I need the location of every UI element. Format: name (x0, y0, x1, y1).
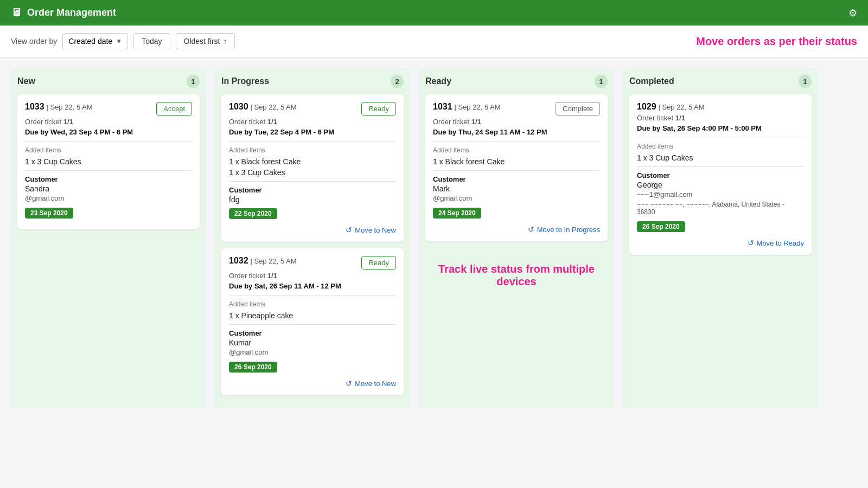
added-items-label-order-1031: Added items (433, 146, 600, 154)
item-line: 1 x Black forest Cake (433, 157, 600, 166)
column-header-completed: Completed 1 (629, 75, 812, 88)
column-title-completed: Completed (629, 76, 674, 86)
order-date-order-1030: | Sep 22, 5 AM (250, 103, 296, 111)
customer-address-order-1029: ~~~ ~~~~~~ ~~, ~~~~~~, Alabama, United S… (637, 201, 804, 216)
column-count-new: 1 (187, 75, 200, 88)
sort-direction-icon: ↑ (223, 37, 227, 46)
customer-email-order-1033: @gmail.com (25, 194, 192, 202)
date-filter-label: Today (142, 37, 162, 46)
card-header-order-1029: 1029 | Sep 22, 5 AM (637, 102, 804, 112)
column-in-progress: In Progress 2 1030 | Sep 22, 5 AM Ready … (215, 68, 410, 408)
order-date-order-1031: | Sep 22, 5 AM (454, 103, 500, 111)
column-count-completed: 1 (799, 75, 812, 88)
column-completed: Completed 1 1029 | Sep 22, 5 AM Order ti… (623, 68, 818, 408)
date-badge-order-1030: 22 Sep 2020 (229, 208, 277, 219)
customer-label-order-1033: Customer (25, 175, 192, 183)
sort-order-select[interactable]: Oldest first ↑ (176, 33, 235, 49)
due-line-order-1029: Due by Sat, 26 Sep 4:00 PM - 5:00 PM (637, 124, 804, 132)
customer-section-order-1032: Customer Kumar @gmail.com (229, 329, 396, 356)
divider (637, 138, 804, 138)
customer-email-order-1029: ~~~1@gmail.com (637, 190, 804, 198)
move-link-order-1029[interactable]: ↺ Move to Ready (637, 239, 804, 247)
column-title-ready: Ready (425, 76, 451, 86)
ready-button-order-1030[interactable]: Ready (361, 102, 396, 115)
sort-field-select[interactable]: Created date ▼ (62, 33, 128, 49)
complete-button-order-1031[interactable]: Complete (556, 102, 600, 115)
divider (433, 142, 600, 142)
card-order-1029: 1029 | Sep 22, 5 AM Order ticket 1/1 Due… (629, 94, 812, 255)
app-title: Order Management (27, 7, 116, 18)
column-header-new: New 1 (17, 75, 200, 88)
order-number-order-1030: 1030 (229, 102, 248, 111)
card-order-1032: 1032 | Sep 22, 5 AM Ready Order ticket 1… (221, 248, 404, 395)
customer-name-order-1032: Kumar (229, 338, 396, 347)
column-header-in-progress: In Progress 2 (221, 75, 404, 88)
move-link-order-1031[interactable]: ↺ Move to In Progress (433, 225, 600, 234)
track-live-message: Track live status from multiple devices (425, 263, 608, 288)
accept-button-order-1033[interactable]: Accept (156, 102, 192, 115)
added-items-label-order-1032: Added items (229, 300, 396, 308)
toolbar-message: Move orders as per their status (696, 35, 857, 48)
card-header-order-1031: 1031 | Sep 22, 5 AM Complete (433, 102, 600, 115)
date-badge-order-1029: 26 Sep 2020 (637, 221, 685, 232)
customer-section-order-1031: Customer Mark @gmail.com (433, 175, 600, 202)
move-label: Move to Ready (757, 239, 804, 247)
card-header-order-1030: 1030 | Sep 22, 5 AM Ready (229, 102, 396, 115)
customer-email-order-1032: @gmail.com (229, 348, 396, 356)
date-filter-select[interactable]: Today (133, 33, 170, 49)
ticket-line-order-1032: Order ticket 1/1 (229, 272, 396, 280)
ticket-line-order-1030: Order ticket 1/1 (229, 118, 396, 126)
order-number-order-1031: 1031 (433, 102, 452, 111)
divider (229, 296, 396, 296)
app-title-container: 🖥 Order Management (11, 7, 116, 19)
divider (25, 142, 192, 142)
customer-label-order-1032: Customer (229, 329, 396, 337)
added-items-label-order-1030: Added items (229, 146, 396, 154)
settings-icon[interactable]: ⚙ (848, 7, 857, 19)
column-title-in-progress: In Progress (221, 76, 269, 86)
kanban-board: New 1 1033 | Sep 22, 5 AM Accept Order t… (0, 57, 868, 419)
divider2 (637, 166, 804, 167)
card-order-1030: 1030 | Sep 22, 5 AM Ready Order ticket 1… (221, 94, 404, 242)
due-line-order-1030: Due by Tue, 22 Sep 4 PM - 6 PM (229, 128, 396, 136)
card-order-1033: 1033 | Sep 22, 5 AM Accept Order ticket … (17, 94, 200, 229)
customer-name-order-1031: Mark (433, 184, 600, 193)
order-date-order-1033: | Sep 22, 5 AM (46, 103, 92, 111)
column-count-in-progress: 2 (391, 75, 404, 88)
toolbar: View order by Created date ▼ Today Oldes… (0, 25, 868, 57)
column-title-new: New (17, 76, 35, 86)
item-line: 1 x 3 Cup Cakes (229, 168, 396, 177)
customer-label-order-1031: Customer (433, 175, 600, 183)
item-line: 1 x 3 Cup Cakes (637, 153, 804, 162)
card-header-order-1033: 1033 | Sep 22, 5 AM Accept (25, 102, 192, 115)
column-new: New 1 1033 | Sep 22, 5 AM Accept Order t… (11, 68, 206, 408)
item-line: 1 x Pineapple cake (229, 311, 396, 320)
date-badge-order-1032: 26 Sep 2020 (229, 362, 277, 373)
divider2 (229, 181, 396, 182)
move-icon: ↺ (346, 226, 352, 234)
app-icon: 🖥 (11, 7, 22, 19)
divider2 (25, 170, 192, 171)
column-ready: Ready 1 1031 | Sep 22, 5 AM Complete Ord… (419, 68, 614, 408)
order-date-order-1032: | Sep 22, 5 AM (250, 257, 296, 265)
divider2 (433, 170, 600, 171)
card-header-order-1032: 1032 | Sep 22, 5 AM Ready (229, 256, 396, 269)
customer-label-order-1029: Customer (637, 171, 804, 179)
move-icon: ↺ (346, 379, 352, 388)
item-line: 1 x Black forest Cake (229, 157, 396, 166)
order-number-order-1029: 1029 (637, 102, 656, 111)
ticket-line-order-1033: Order ticket 1/1 (25, 118, 192, 126)
order-number-order-1033: 1033 (25, 102, 44, 111)
column-header-ready: Ready 1 (425, 75, 608, 88)
customer-section-order-1029: Customer George ~~~1@gmail.com ~~~ ~~~~~… (637, 171, 804, 216)
move-link-order-1030[interactable]: ↺ Move to New (229, 226, 396, 234)
move-icon: ↺ (528, 225, 534, 234)
order-date-order-1029: | Sep 22, 5 AM (658, 103, 704, 111)
ticket-line-order-1029: Order ticket 1/1 (637, 114, 804, 122)
sort-field-label: Created date (68, 37, 112, 46)
move-link-order-1032[interactable]: ↺ Move to New (229, 379, 396, 388)
item-line: 1 x 3 Cup Cakes (25, 157, 192, 166)
ready-button-order-1032[interactable]: Ready (361, 256, 396, 269)
column-count-ready: 1 (595, 75, 608, 88)
sort-order-label: Oldest first (184, 37, 220, 46)
